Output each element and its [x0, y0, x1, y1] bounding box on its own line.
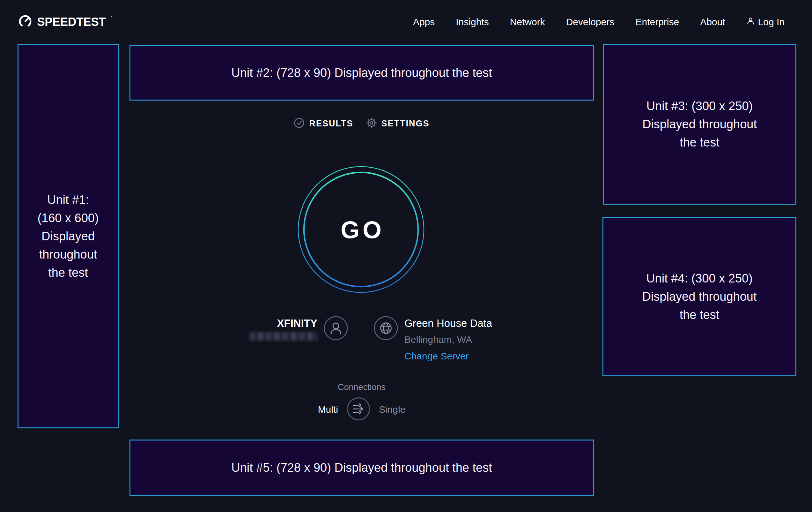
nav-network[interactable]: Network [510, 17, 545, 27]
ad-unit-3-line: Unit #3: (300 x 250) [646, 97, 753, 115]
connections-multi-option[interactable]: Multi [318, 404, 338, 415]
tab-results[interactable]: RESULTS [294, 117, 353, 130]
server-location: Bellingham, WA [404, 334, 492, 345]
tabs-row: RESULTS [129, 112, 594, 135]
change-server-link[interactable]: Change Server [404, 351, 492, 362]
ad-unit-1-line: Displayed [41, 227, 95, 245]
multi-connection-icon[interactable] [346, 397, 371, 422]
header: SPEEDTEST ’ Apps Insights Network Develo… [0, 0, 812, 44]
go-label: GO [297, 166, 425, 293]
speedtest-page: SPEEDTEST ’ Apps Insights Network Develo… [0, 0, 812, 512]
globe-circle-icon[interactable] [374, 316, 398, 342]
isp-block: XFINITY [250, 318, 317, 341]
main-nav: Apps Insights Network Developers Enterpr… [413, 17, 785, 27]
brand-wordmark: SPEEDTEST [37, 15, 106, 29]
nav-about[interactable]: About [700, 17, 725, 27]
user-icon [746, 17, 755, 27]
login-label: Log In [758, 17, 785, 27]
blurred-ip-address [250, 332, 317, 341]
connections-row: Multi Single [129, 397, 594, 422]
nav-developers[interactable]: Developers [566, 17, 615, 27]
ad-unit-4: Unit #4: (300 x 250) Displayed throughou… [603, 217, 796, 376]
results-label: RESULTS [309, 119, 353, 129]
connections-section: Connections Multi Single [129, 382, 594, 422]
ad-unit-5: Unit #5: (728 x 90) Displayed throughout… [129, 439, 594, 496]
login-button[interactable]: Log In [746, 17, 785, 27]
nav-insights[interactable]: Insights [456, 17, 489, 27]
ad-unit-1: Unit #1: (160 x 600) Displayed throughou… [18, 44, 119, 428]
settings-label: SETTINGS [381, 119, 430, 129]
trademark-mark: ’ [111, 15, 112, 21]
tab-settings[interactable]: SETTINGS [366, 117, 430, 130]
speedometer-icon [18, 14, 32, 30]
nav-apps[interactable]: Apps [413, 17, 435, 27]
speedtest-logo[interactable]: SPEEDTEST ’ [18, 14, 111, 30]
connections-single-option[interactable]: Single [379, 404, 405, 415]
ad-unit-3-line: Displayed throughout [642, 115, 757, 133]
ad-unit-1-line: Unit #1: [47, 191, 89, 209]
ad-unit-5-text: Unit #5: (728 x 90) Displayed throughout… [231, 459, 492, 477]
ad-unit-3: Unit #3: (300 x 250) Displayed throughou… [603, 44, 796, 205]
ad-unit-2-text: Unit #2: (728 x 90) Displayed throughout… [231, 64, 492, 82]
server-name: Green House Data [404, 318, 492, 329]
go-button[interactable]: GO [297, 166, 425, 293]
ad-unit-1-line: the test [48, 264, 88, 282]
check-circle-icon [294, 117, 304, 130]
person-circle-icon[interactable] [323, 316, 348, 342]
ad-unit-1-line: throughout [39, 245, 97, 264]
connection-meta: XFINITY Green House Data Bellingham, WA … [129, 318, 594, 369]
ad-unit-2: Unit #2: (728 x 90) Displayed throughout… [129, 45, 594, 101]
ad-unit-3-line: the test [679, 133, 720, 152]
ad-unit-4-line: Displayed throughout [642, 288, 756, 306]
isp-name[interactable]: XFINITY [250, 318, 317, 329]
gear-icon [366, 117, 377, 130]
nav-enterprise[interactable]: Enterprise [635, 17, 679, 27]
ad-unit-1-line: (160 x 600) [37, 209, 98, 227]
connections-label: Connections [129, 382, 594, 392]
server-block: Green House Data Bellingham, WA Change S… [404, 318, 492, 362]
ad-unit-4-line: the test [679, 306, 720, 324]
ad-unit-4-line: Unit #4: (300 x 250) [646, 269, 753, 288]
